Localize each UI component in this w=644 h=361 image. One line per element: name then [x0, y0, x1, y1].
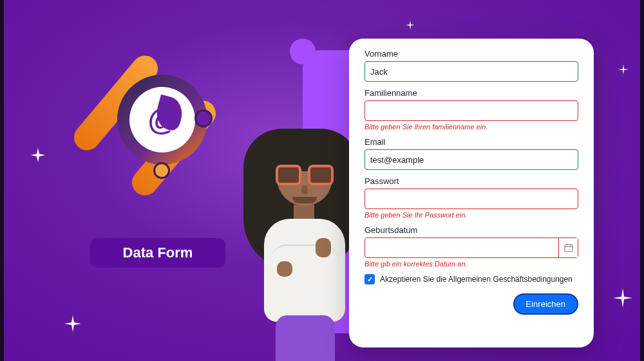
edge-left: [0, 0, 4, 361]
accent-dot: [153, 162, 170, 179]
field-firstname: Vorname: [365, 49, 578, 82]
label-email: Email: [365, 137, 578, 147]
label-password: Passwort: [365, 176, 578, 186]
logo-disc: @: [129, 87, 195, 153]
at-icon: @: [148, 102, 177, 137]
input-email[interactable]: [365, 149, 578, 170]
calendar-icon[interactable]: [558, 238, 578, 257]
field-lastname: Familienname Bitte geben Sie ihren famil…: [365, 88, 578, 131]
sparkle-icon: [31, 148, 45, 162]
field-email: Email: [365, 137, 578, 170]
page-title-banner: Data Form: [90, 238, 225, 268]
label-terms: Akzeptieren Sie die Allgemeinen Geschäft…: [380, 275, 573, 284]
field-password: Passwort Bitte geben Sie Ihr Passwort ei…: [365, 176, 578, 219]
edge-right: [640, 0, 644, 361]
input-dob[interactable]: [365, 237, 578, 258]
input-lastname[interactable]: [365, 100, 578, 121]
label-dob: Geburtsdatum: [365, 225, 578, 235]
page-title: Data Form: [123, 245, 193, 261]
error-dob: Bitte gib ein korrektes Datum an.: [365, 260, 578, 268]
error-lastname: Bitte geben Sie ihren familienname ein.: [365, 123, 578, 131]
error-password: Bitte geben Sie Ihr Passwort ein.: [365, 211, 578, 219]
data-form-panel: Vorname Familienname Bitte geben Sie ihr…: [349, 39, 594, 347]
label-firstname: Vorname: [365, 49, 578, 59]
field-terms: ✓ Akzeptieren Sie die Allgemeinen Geschä…: [365, 274, 578, 284]
sparkle-icon: [406, 21, 415, 30]
sparkle-icon: [64, 315, 81, 332]
brand-logo-cluster: @: [84, 51, 225, 219]
sparkle-icon: [618, 64, 629, 75]
logo-ring: @: [117, 75, 207, 165]
accent-dot: [194, 109, 213, 127]
sparkle-icon: [613, 288, 632, 308]
field-dob: Geburtsdatum Bitte gib ein korrektes Dat…: [365, 225, 578, 268]
input-password[interactable]: [365, 189, 578, 209]
svg-rect-0: [565, 245, 573, 252]
label-lastname: Familienname: [365, 88, 578, 98]
submit-button[interactable]: Einreichen: [513, 293, 578, 315]
checkbox-terms[interactable]: ✓: [365, 274, 375, 284]
input-firstname[interactable]: [365, 61, 578, 82]
